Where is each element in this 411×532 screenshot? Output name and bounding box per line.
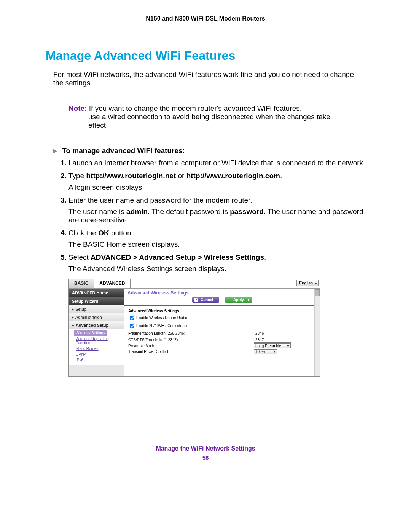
tab-advanced[interactable]: ADVANCED: [94, 279, 131, 288]
sublink-wireless-repeating[interactable]: Wireless Repeating Function: [76, 336, 124, 346]
select-preamble[interactable]: Long Preamble: [254, 343, 291, 348]
input-cts-rts[interactable]: [254, 337, 291, 343]
row-cts-rts: CTS/RTS Threshold (1-2347): [128, 337, 316, 343]
procedure-steps: Launch an Internet browser from a comput…: [46, 159, 365, 273]
tab-bar: BASIC ADVANCED English: [69, 279, 320, 289]
sidebar: ADVANCED Home Setup Wizard Setup Adminis…: [69, 289, 124, 376]
procedure-heading: To manage advanced WiFi features:: [53, 147, 365, 155]
caret-down-icon: [72, 325, 74, 327]
sublink-static-routes[interactable]: Static Routes: [76, 346, 124, 351]
sublink-ipv6[interactable]: IPv6: [76, 357, 124, 363]
note-block: Note: If you want to change the modem ro…: [68, 99, 350, 135]
cancel-button[interactable]: ✕ Cancel: [192, 297, 219, 303]
footer-page-number: 58: [46, 454, 365, 461]
step-3-text: Enter the user name and password for the…: [68, 196, 252, 204]
step-4: Click the OK button. The BASIC Home scre…: [68, 229, 365, 249]
sublink-upnp[interactable]: UPnP: [76, 351, 124, 357]
sublink-wireless-settings[interactable]: Wireless Settings: [74, 330, 107, 336]
row-fragmentation: Fragmentation Length (256-2346): [128, 330, 316, 337]
button-bar: ✕ Cancel Apply: [124, 296, 320, 305]
sidebar-item-setup-wizard[interactable]: Setup Wizard: [69, 297, 124, 305]
note-text-rest: use a wired connection to avoid being di…: [68, 113, 350, 129]
scrollbar-thumb[interactable]: [315, 289, 320, 296]
scrollbar[interactable]: [314, 289, 320, 376]
procedure-heading-text: To manage advanced WiFi features:: [62, 147, 185, 155]
intro-paragraph: For most WiFi networks, the advanced WiF…: [46, 70, 365, 87]
input-fragmentation[interactable]: [254, 331, 291, 336]
chevron-down-icon: [315, 283, 317, 284]
step-1: Launch an Internet browser from a comput…: [68, 159, 365, 167]
note-label: Note:: [68, 104, 87, 112]
close-icon: ✕: [194, 298, 198, 302]
step-2-post: .: [280, 172, 282, 180]
checkbox-enable-coexistence[interactable]: [130, 324, 135, 329]
row-tx-power: Transmit Power Control 100%: [128, 349, 316, 355]
sidebar-item-administration[interactable]: Administration: [69, 313, 124, 321]
panel-title: Advanced Wireless Settings: [124, 289, 320, 296]
step-3-detail: The user name is admin. The default pass…: [68, 208, 365, 224]
caret-right-icon: [72, 316, 74, 319]
step-2-url2: http://www.routerlogin.com: [186, 172, 280, 180]
step-2-mid: or: [176, 172, 186, 180]
play-icon: [248, 299, 250, 302]
row-enable-radio: Enable Wireless Router Radio: [128, 314, 316, 322]
form-title: Advanced Wireless Settings: [128, 309, 316, 313]
step-2-result: A login screen displays.: [68, 183, 365, 192]
select-tx-power[interactable]: 100%: [254, 349, 277, 354]
embedded-screenshot: BASIC ADVANCED English ADVANCED Home Set…: [68, 279, 320, 377]
step-2-url1: http://www.routerlogin.net: [86, 172, 176, 180]
settings-form: Advanced Wireless Settings Enable Wirele…: [124, 306, 320, 358]
row-enable-coexistence: Enable 20/40MHz Coexistence: [128, 322, 316, 330]
caret-right-icon: [72, 308, 74, 311]
step-5-result: The Advanced Wireless Settings screen di…: [68, 265, 365, 273]
tab-basic[interactable]: BASIC: [69, 279, 94, 288]
row-preamble: Preamble Mode Long Preamble: [128, 343, 316, 349]
step-4-result: The BASIC Home screen displays.: [68, 240, 365, 249]
step-3: Enter the user name and password for the…: [68, 196, 365, 224]
sidebar-item-setup[interactable]: Setup: [69, 305, 124, 313]
footer-section-title: Manage the WiFi Network Settings: [46, 445, 365, 452]
step-2-pre: Type: [68, 172, 86, 180]
language-select[interactable]: English: [296, 280, 319, 286]
step-2: Type http://www.routerlogin.net or http:…: [68, 172, 365, 192]
note-text-line1: If you want to change the modem router's…: [89, 104, 302, 112]
triangle-bullet-icon: [53, 149, 57, 153]
apply-button[interactable]: Apply: [225, 297, 252, 303]
language-value: English: [299, 281, 313, 285]
document-header: N150 and N300 WiFi DSL Modem Routers: [46, 15, 365, 22]
step-1-text: Launch an Internet browser from a comput…: [68, 159, 365, 167]
main-panel: Advanced Wireless Settings ✕ Cancel Appl…: [124, 289, 320, 376]
label-fragmentation: Fragmentation Length (256-2346): [128, 331, 254, 335]
step-5: Select ADVANCED > Advanced Setup > Wirel…: [68, 253, 365, 273]
label-tx-power: Transmit Power Control: [128, 350, 254, 354]
sidebar-sublinks: Wireless Settings Wireless Repeating Fun…: [69, 329, 124, 365]
footer-rule: [46, 438, 365, 438]
chevron-down-icon: [273, 351, 276, 353]
label-cts-rts: CTS/RTS Threshold (1-2347): [128, 338, 254, 342]
sidebar-item-advanced-home[interactable]: ADVANCED Home: [69, 289, 124, 297]
chevron-down-icon: [287, 345, 289, 347]
label-preamble: Preamble Mode: [128, 344, 254, 348]
sidebar-item-advanced-setup[interactable]: Advanced Setup: [69, 321, 124, 329]
section-heading: Manage Advanced WiFi Features: [46, 49, 365, 63]
checkbox-enable-radio[interactable]: [130, 316, 135, 321]
